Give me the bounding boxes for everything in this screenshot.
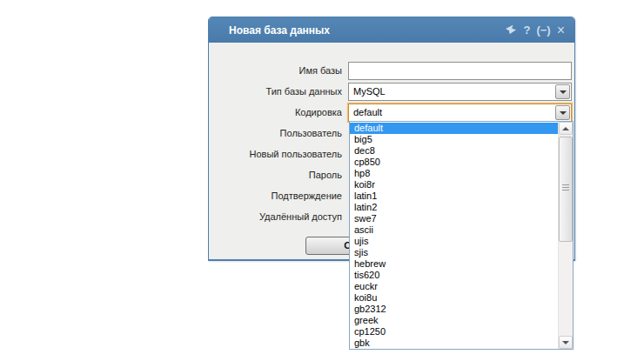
confirm-label: Подтверждение (209, 187, 342, 205)
scrollbar-grip-icon (562, 184, 569, 192)
password-label: Пароль (209, 166, 342, 184)
dropdown-option[interactable]: koi8r (350, 179, 558, 191)
collapse-icon[interactable]: (−) (536, 24, 550, 36)
user-label: Пользователь (209, 124, 342, 143)
form-row-db-name: Имя базы (209, 62, 574, 80)
db-type-value: MySQL (349, 84, 554, 100)
form-row-db-type: Тип базы данных MySQL (209, 83, 574, 101)
dialog-titlebar: Новая база данных ? (−) × (209, 17, 574, 43)
dropdown-scrollbar[interactable] (558, 122, 573, 349)
chevron-down-icon (560, 111, 567, 115)
dropdown-option[interactable]: greek (350, 315, 558, 326)
encoding-value: default (349, 104, 554, 121)
encoding-label: Кодировка (209, 104, 342, 122)
help-icon[interactable]: ? (523, 24, 530, 36)
dropdown-option[interactable]: tis620 (350, 270, 558, 281)
new-user-label: Новый пользователь (209, 145, 342, 164)
encoding-select[interactable]: default (348, 104, 572, 122)
db-type-select[interactable]: MySQL (348, 83, 572, 101)
dropdown-option[interactable]: default (350, 123, 558, 134)
hint-hand-icon-svg (505, 24, 517, 35)
dropdown-option[interactable]: latin1 (350, 191, 558, 202)
encoding-dropdown-list: defaultbig5dec8cp850hp8koi8rlatin1latin2… (349, 121, 574, 350)
encoding-dropdown-button[interactable] (555, 105, 570, 120)
db-type-label: Тип базы данных (209, 83, 342, 101)
dropdown-option[interactable]: swe7 (350, 213, 558, 224)
scroll-up-button[interactable] (559, 122, 573, 135)
dropdown-option[interactable]: cp850 (350, 157, 558, 168)
dialog-title: Новая база данных (209, 24, 330, 37)
dropdown-option[interactable]: dec8 (350, 145, 558, 157)
close-icon[interactable]: × (557, 23, 565, 37)
dropdown-option[interactable]: big5 (350, 134, 558, 145)
titlebar-icons: ? (−) × (505, 17, 565, 43)
dropdown-option[interactable]: gb2312 (350, 304, 558, 315)
triangle-down-icon (562, 341, 569, 344)
dropdown-option[interactable]: ujis (350, 236, 558, 247)
scroll-down-button[interactable] (559, 336, 573, 349)
dropdown-option[interactable]: euckr (350, 281, 558, 292)
remote-access-label: Удалённый доступ (209, 208, 342, 226)
dropdown-option[interactable]: latin2 (350, 202, 558, 213)
dropdown-option[interactable]: koi8u (350, 292, 558, 304)
dropdown-option[interactable]: hebrew (350, 258, 558, 270)
scrollbar-thumb[interactable] (559, 137, 573, 242)
db-type-dropdown-button[interactable] (555, 84, 570, 99)
encoding-options: defaultbig5dec8cp850hp8koi8rlatin1latin2… (350, 122, 558, 349)
form-row-encoding: Кодировка default (209, 104, 574, 122)
dropdown-option[interactable]: hp8 (350, 168, 558, 179)
dropdown-option[interactable]: gbk (350, 338, 558, 349)
dropdown-option[interactable]: ascii (350, 224, 558, 236)
chevron-down-icon (560, 90, 567, 94)
db-name-input[interactable] (348, 62, 572, 80)
dropdown-option[interactable]: cp1250 (350, 326, 558, 338)
hint-hand-icon[interactable] (505, 24, 517, 37)
db-name-label: Имя базы (209, 62, 342, 80)
triangle-up-icon (562, 127, 569, 130)
dropdown-option[interactable]: sjis (350, 247, 558, 258)
